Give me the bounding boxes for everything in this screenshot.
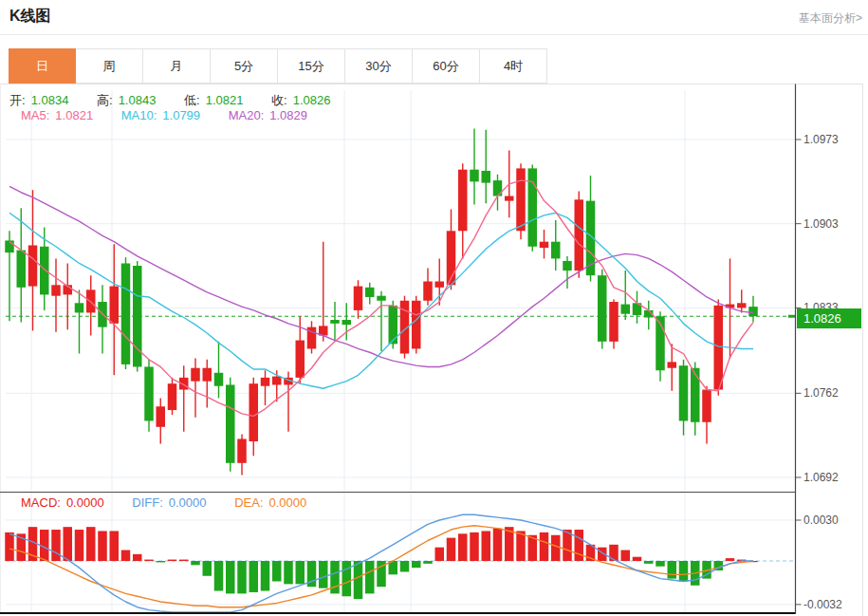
- tab-week[interactable]: 周: [76, 48, 143, 84]
- candle: [40, 247, 49, 295]
- macd-bar: [482, 531, 491, 561]
- macd-bar: [203, 561, 212, 576]
- candle: [714, 306, 724, 390]
- macd-bar: [191, 561, 200, 565]
- macd-bar: [144, 560, 154, 561]
- candle: [249, 383, 259, 441]
- macd-bar: [110, 531, 120, 561]
- candle: [691, 368, 700, 422]
- candle: [516, 168, 526, 231]
- candle: [435, 281, 445, 287]
- macd-bar: [400, 561, 410, 571]
- macd-bar: [98, 531, 107, 561]
- candle: [482, 171, 491, 183]
- macd-bar: [656, 561, 665, 567]
- candle: [563, 261, 572, 271]
- candle: [272, 377, 282, 385]
- candle: [668, 362, 677, 367]
- candle: [237, 439, 247, 462]
- candle: [377, 296, 386, 301]
- candle: [342, 320, 352, 325]
- candle: [748, 307, 758, 316]
- macd-bar: [423, 561, 433, 564]
- candle: [75, 303, 84, 312]
- macd-bar: [365, 561, 375, 593]
- candle: [412, 301, 421, 349]
- candle: [737, 303, 747, 308]
- macd-bar: [470, 532, 479, 561]
- candle: [261, 378, 270, 386]
- macd-bar: [458, 533, 468, 561]
- tab-60min[interactable]: 60分: [413, 48, 480, 84]
- candle: [144, 366, 154, 420]
- macd-bar: [296, 561, 305, 584]
- candle: [191, 368, 200, 382]
- candle: [423, 281, 433, 300]
- candle: [365, 288, 375, 297]
- macd-bar: [133, 554, 142, 561]
- candle: [505, 196, 514, 201]
- candle: [598, 275, 607, 342]
- macd-bar: [412, 561, 421, 568]
- macd-bar: [75, 530, 84, 561]
- kline-widget: { "header": { "title": "K线图", "link": "基…: [0, 0, 868, 616]
- candle: [51, 285, 61, 295]
- candle: [168, 383, 177, 410]
- macd-bar: [51, 530, 61, 561]
- macd-bar: [551, 535, 561, 561]
- macd-bar: [261, 561, 270, 591]
- macd-bar: [5, 532, 14, 561]
- macd-bar: [121, 551, 131, 561]
- macd-bar: [319, 561, 328, 588]
- macd-bar: [447, 538, 456, 561]
- macd-bar: [633, 557, 642, 561]
- candle: [679, 365, 689, 420]
- candle: [621, 305, 631, 314]
- tab-5min[interactable]: 5分: [211, 48, 278, 84]
- candle: [458, 170, 468, 232]
- candle: [609, 302, 619, 342]
- candle: [528, 168, 538, 246]
- period-tab-bar: 日周月5分15分30分60分4时: [9, 48, 547, 84]
- candle: [330, 320, 340, 324]
- macd-bar: [644, 561, 654, 564]
- macd-bar: [284, 561, 293, 584]
- macd-bar: [726, 558, 735, 561]
- macd-bar: [86, 527, 96, 561]
- candle: [226, 384, 235, 462]
- tab-4hour[interactable]: 4时: [480, 48, 547, 84]
- macd-bar: [493, 529, 503, 561]
- macd-bar: [330, 561, 340, 593]
- macd-bar: [157, 561, 166, 562]
- tab-month[interactable]: 月: [143, 48, 211, 84]
- candle: [354, 287, 363, 310]
- macd-bar: [226, 561, 235, 593]
- macd-bar: [342, 561, 352, 596]
- candle: [28, 245, 38, 286]
- tab-15min[interactable]: 15分: [278, 48, 345, 84]
- tab-30min[interactable]: 30分: [345, 48, 413, 84]
- candle: [470, 170, 479, 182]
- candle: [214, 373, 224, 386]
- macd-bar: [272, 561, 282, 581]
- macd-bar: [668, 561, 677, 579]
- candle: [702, 390, 711, 422]
- candle: [157, 406, 166, 427]
- tab-day[interactable]: 日: [9, 48, 76, 84]
- macd-bar: [179, 560, 189, 561]
- candle: [110, 287, 120, 324]
- macd-bar: [621, 551, 631, 561]
- macd-bar: [540, 532, 549, 561]
- macd-bar: [354, 561, 363, 599]
- kline-chart[interactable]: [0, 0, 868, 616]
- macd-bar: [237, 561, 247, 593]
- candle: [540, 242, 549, 248]
- candle: [551, 242, 561, 259]
- candle: [121, 263, 131, 364]
- macd-bar: [214, 561, 224, 591]
- macd-bar: [575, 530, 584, 561]
- candle: [203, 368, 212, 382]
- macd-bar: [679, 561, 689, 581]
- macd-bar: [249, 561, 259, 592]
- macd-bar: [435, 548, 445, 561]
